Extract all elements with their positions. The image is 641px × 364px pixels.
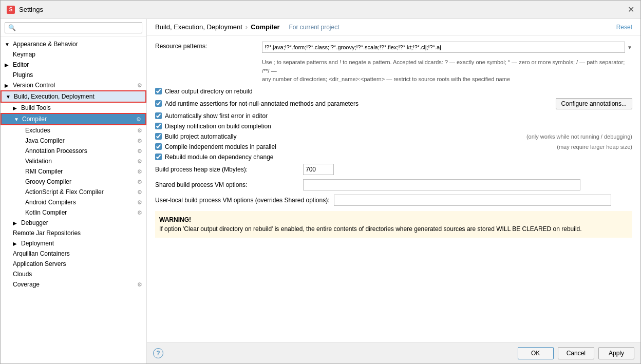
ok-button[interactable]: OK (518, 347, 554, 359)
sidebar-item-label: Coverage (13, 281, 135, 288)
settings-icon: ⚙ (137, 179, 142, 185)
sidebar-item-label: Groovy Compiler (25, 178, 135, 185)
bottom-left: ? (153, 348, 514, 358)
sidebar-item-debugger[interactable]: ▶ Debugger (1, 218, 146, 228)
sidebar: ▼ Appearance & Behavior Keymap ▶ Editor … (1, 19, 147, 363)
sidebar-item-annotation-processors[interactable]: Annotation Processors ⚙ (1, 146, 146, 156)
apply-button[interactable]: Apply (598, 347, 634, 359)
auto-show-error-row: Automatically show first error in editor (155, 112, 632, 120)
warning-body: If option 'Clear output directory on reb… (159, 224, 628, 234)
settings-icon: ⚙ (137, 168, 142, 175)
sidebar-item-label: Arquillian Containers (13, 250, 142, 257)
add-runtime-checkbox[interactable] (155, 100, 162, 107)
sidebar-item-label: Android Compilers (25, 199, 135, 206)
clear-output-checkbox[interactable] (155, 88, 162, 94)
sidebar-item-deployment[interactable]: ▶ Deployment (1, 238, 146, 248)
sidebar-item-groovy-compiler[interactable]: Groovy Compiler ⚙ (1, 177, 146, 187)
settings-icon: ⚙ (137, 209, 142, 216)
build-heap-row: Build process heap size (Mbytes): (155, 164, 632, 175)
breadcrumb-arrow: › (246, 23, 248, 31)
sidebar-item-build-tools[interactable]: ▶ Build Tools (1, 103, 146, 113)
settings-icon: ⚙ (136, 116, 141, 123)
sidebar-item-build-exec[interactable]: ▼ Build, Execution, Deployment (1, 90, 146, 103)
expand-arrow: ▶ (5, 62, 11, 68)
sidebar-item-remote-jar[interactable]: Remote Jar Repositories (1, 228, 146, 238)
sidebar-item-android-compilers[interactable]: Android Compilers ⚙ (1, 197, 146, 207)
user-local-vm-input[interactable] (334, 195, 611, 206)
sidebar-item-rmi-compiler[interactable]: RMI Compiler ⚙ (1, 166, 146, 177)
cancel-button[interactable]: Cancel (558, 347, 594, 359)
settings-icon: ⚙ (137, 82, 142, 89)
reset-button[interactable]: Reset (616, 24, 632, 31)
sidebar-item-label: Kotlin Compiler (25, 209, 135, 216)
sidebar-item-kotlin-compiler[interactable]: Kotlin Compiler ⚙ (1, 207, 146, 218)
expand-arrow: ▼ (5, 42, 11, 47)
sidebar-item-coverage[interactable]: Coverage ⚙ (1, 279, 146, 290)
bottom-bar: ? OK Cancel Apply (147, 342, 640, 363)
display-notification-checkbox[interactable] (155, 123, 162, 129)
sidebar-item-keymap[interactable]: Keymap (1, 49, 146, 60)
sidebar-item-label: Application Servers (13, 260, 142, 267)
sidebar-item-arquillian[interactable]: Arquillian Containers (1, 248, 146, 259)
shared-vm-label: Shared build process VM options: (155, 181, 299, 188)
sidebar-item-label: Remote Jar Repositories (13, 229, 142, 237)
search-input[interactable] (5, 22, 142, 33)
warning-box: WARNING! If option 'Clear output directo… (155, 211, 632, 238)
for-current-project[interactable]: For current project (289, 24, 340, 31)
build-auto-checkbox[interactable] (155, 133, 162, 140)
sidebar-item-label: Editor (13, 61, 142, 68)
help-button[interactable]: ? (153, 348, 163, 358)
settings-icon: ⚙ (137, 189, 142, 196)
settings-icon: ⚙ (137, 127, 142, 134)
display-notification-row: Display notification on build completion (155, 123, 632, 130)
rebuild-module-checkbox[interactable] (155, 154, 162, 160)
sidebar-item-app-servers[interactable]: Application Servers (1, 259, 146, 269)
sidebar-item-label: Appearance & Behavior (13, 41, 142, 48)
sidebar-item-appearance[interactable]: ▼ Appearance & Behavior (1, 39, 146, 49)
expand-arrow: ▶ (13, 241, 19, 246)
build-heap-input[interactable] (303, 164, 334, 175)
shared-vm-row: Shared build process VM options: (155, 179, 632, 190)
add-runtime-row: Add runtime assertions for not-null-anno… (155, 98, 632, 109)
title-bar-left: S Settings (7, 6, 43, 14)
breadcrumb: Build, Execution, Deployment › Compiler … (155, 23, 340, 31)
resource-patterns-label: Resource patterns: (155, 42, 258, 50)
build-auto-row: Build project automatically (only works … (155, 133, 632, 140)
resource-patterns-input[interactable] (262, 42, 625, 53)
clear-output-row: Clear output directory on rebuild (155, 88, 632, 95)
sidebar-item-label: RMI Compiler (25, 168, 135, 175)
main-header: Build, Execution, Deployment › Compiler … (147, 19, 640, 35)
sidebar-item-excludes[interactable]: Excludes ⚙ (1, 125, 146, 136)
resource-field: ▼ (262, 42, 632, 53)
main-panel: Build, Execution, Deployment › Compiler … (147, 19, 640, 363)
sidebar-item-label: Keymap (13, 51, 142, 58)
configure-annotations-button[interactable]: Configure annotations... (556, 98, 632, 109)
sidebar-item-label: Clouds (13, 271, 142, 278)
sidebar-item-java-compiler[interactable]: Java Compiler ⚙ (1, 136, 146, 146)
sidebar-item-label: Build Tools (21, 104, 142, 111)
sidebar-item-clouds[interactable]: Clouds (1, 269, 146, 279)
shared-vm-input[interactable] (303, 179, 580, 190)
warning-title: WARNING! (159, 215, 628, 224)
sidebar-item-label: Deployment (21, 240, 142, 247)
close-button[interactable]: ✕ (628, 5, 634, 14)
compile-parallel-row: Compile independent modules in parallel … (155, 143, 632, 150)
window-title: Settings (19, 6, 43, 13)
settings-window: S Settings ✕ ▼ Appearance & Behavior Key… (0, 0, 641, 364)
compile-parallel-note: (may require larger heap size) (557, 144, 632, 150)
compile-parallel-checkbox[interactable] (155, 143, 162, 150)
sidebar-item-plugins[interactable]: ▶ Plugins (1, 70, 146, 80)
expand-arrow: ▼ (6, 94, 12, 100)
expand-arrow: ▼ (14, 117, 20, 122)
sidebar-item-actionscript-compiler[interactable]: ActionScript & Flex Compiler ⚙ (1, 187, 146, 197)
scroll-down-icon[interactable]: ▼ (627, 45, 632, 50)
sidebar-item-label: Annotation Processors (25, 147, 135, 155)
settings-icon: ⚙ (137, 281, 142, 288)
sidebar-item-validation[interactable]: Validation ⚙ (1, 156, 146, 166)
sidebar-item-version-control[interactable]: ▶ Version Control ⚙ (1, 80, 146, 90)
sidebar-item-editor[interactable]: ▶ Editor (1, 60, 146, 70)
expand-arrow: ▶ (13, 220, 19, 226)
sidebar-item-label: Plugins (13, 71, 142, 79)
auto-show-error-checkbox[interactable] (155, 112, 162, 119)
sidebar-item-compiler[interactable]: ▼ Compiler ⚙ (1, 113, 146, 125)
